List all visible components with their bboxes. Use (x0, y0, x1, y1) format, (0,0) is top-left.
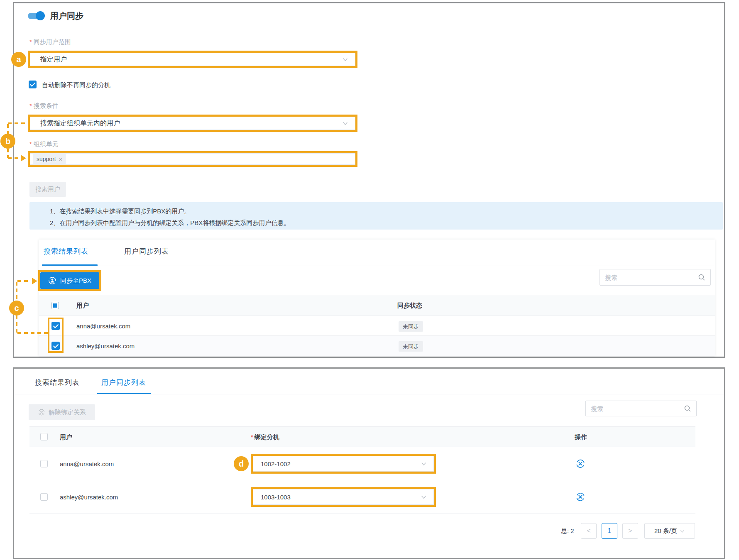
annotation-line (8, 157, 21, 159)
extension-value: 1003-1003 (261, 494, 291, 501)
table-row (39, 336, 715, 356)
auto-delete-label: 自动删除不再同步的分机 (42, 81, 110, 89)
user-sync-settings-panel: 用户同步 *同步用户范围 指定用户 a 自动删除不再同步的分机 *搜索条件 搜索… (13, 2, 725, 358)
tab-search-results[interactable]: 搜索结果列表 (35, 378, 80, 387)
search-icon (684, 405, 691, 412)
required-mark: * (29, 38, 32, 45)
sync-scope-label: *同步用户范围 (29, 38, 71, 46)
sync-scope-value: 指定用户 (40, 55, 67, 64)
chevron-down-icon (421, 461, 427, 467)
annotation-marker-a: a (11, 52, 26, 67)
unbind-button[interactable]: 解除绑定关系 (29, 404, 95, 420)
info-box: 1、在搜索结果列表中选择需要同步到PBX的用户。 2、在用户同步列表中配置用户与… (29, 202, 723, 230)
annotation-line (17, 332, 48, 334)
prev-page-button[interactable]: < (581, 523, 597, 539)
annotation-line (16, 282, 17, 301)
chevron-down-icon (421, 494, 427, 500)
table-header (39, 296, 715, 316)
sync-user-icon (48, 276, 56, 285)
column-header-user: 用户 (60, 433, 72, 441)
extension-select[interactable]: 1002-1002 (253, 456, 434, 472)
org-unit-tag: support × (33, 154, 66, 164)
sync-scope-select[interactable]: 指定用户 (30, 53, 355, 66)
select-all-checkbox[interactable] (51, 302, 59, 309)
tab-user-sync[interactable]: 用户同步列表 (124, 247, 169, 256)
search-condition-select[interactable]: 搜索指定组织单元内的用户 (30, 117, 355, 130)
search-box (585, 401, 697, 416)
highlight-box-extension-select: 1002-1002 (251, 454, 436, 474)
auto-delete-checkbox[interactable] (29, 81, 37, 88)
highlight-box-extension-select: 1003-1003 (251, 487, 436, 507)
toggle-knob (36, 11, 45, 20)
highlight-box-org-unit: support × (28, 151, 357, 167)
annotation-arrow (32, 278, 37, 284)
annotation-arrow (21, 155, 26, 161)
row-checkbox[interactable] (40, 460, 48, 467)
unbind-action-icon[interactable] (575, 492, 585, 502)
sync-status-badge: 未同步 (399, 341, 423, 352)
annotation-marker-b: b (0, 134, 15, 149)
page-title: 用户同步 (50, 11, 83, 21)
page-1-button[interactable]: 1 (602, 523, 617, 539)
highlight-box-row-checkboxes (48, 318, 64, 353)
tab-user-sync[interactable]: 用户同步列表 (101, 378, 146, 387)
header-divider (14, 26, 724, 26)
highlight-box-sync-button: 同步至PBX (38, 270, 101, 291)
info-line-2: 2、在用户同步列表中配置用户与分机的绑定关系，PBX将根据绑定关系同步用户信息。 (29, 219, 723, 227)
page-size-select[interactable]: 20 条/页 (644, 523, 695, 539)
annotation-marker-c: c (9, 301, 24, 315)
annotation-line (7, 124, 9, 134)
user-email: anna@ursatek.com (76, 323, 130, 330)
sync-to-pbx-button[interactable]: 同步至PBX (40, 272, 99, 289)
search-icon (698, 274, 705, 281)
annotation-marker-d: d (234, 456, 249, 471)
search-condition-label: *搜索条件 (29, 102, 59, 110)
row-checkbox[interactable] (40, 493, 48, 501)
extension-select[interactable]: 1003-1003 (253, 489, 434, 505)
column-header-operation: 操作 (575, 433, 587, 441)
search-users-button[interactable]: 搜索用户 (29, 182, 66, 197)
sync-status-badge: 未同步 (399, 321, 423, 332)
column-header-bind-extension: *绑定分机 (251, 433, 279, 441)
select-all-checkbox[interactable] (40, 433, 48, 440)
user-email: anna@ursatek.com (60, 460, 114, 468)
tab-search-results[interactable]: 搜索结果列表 (44, 247, 88, 256)
user-sync-toggle[interactable] (28, 13, 44, 19)
required-mark: * (29, 102, 32, 109)
tabbar-divider (14, 394, 724, 394)
column-header-user: 用户 (76, 302, 89, 309)
chevron-down-icon (680, 528, 685, 534)
chevron-down-icon (342, 56, 348, 63)
unbind-icon (38, 408, 45, 416)
tabbar-divider (39, 266, 715, 266)
annotation-line (17, 280, 30, 282)
user-sync-list-panel: 搜索结果列表 用户同步列表 解除绑定关系 用户 *绑定分机 操作 (13, 367, 725, 559)
user-email: ashley@ursatek.com (60, 494, 118, 501)
search-results-card: 搜索结果列表 用户同步列表 同步至PBX (39, 240, 715, 356)
screenshot-stage: 用户同步 *同步用户范围 指定用户 a 自动删除不再同步的分机 *搜索条件 搜索… (0, 0, 739, 560)
table-row (39, 316, 715, 336)
user-email: ashley@ursatek.com (76, 342, 135, 350)
org-unit-tag-text: support (37, 156, 56, 162)
search-input[interactable] (605, 274, 698, 281)
highlight-box-scope: 指定用户 (28, 51, 357, 68)
next-page-button[interactable]: > (622, 523, 638, 539)
org-unit-input[interactable]: support × (30, 153, 355, 165)
unbind-action-icon[interactable] (575, 459, 585, 469)
required-mark: * (29, 140, 32, 147)
search-box (600, 269, 711, 286)
required-mark: * (251, 433, 253, 440)
extension-value: 1002-1002 (261, 460, 291, 467)
highlight-box-condition: 搜索指定组织单元内的用户 (28, 115, 357, 132)
info-line-1: 1、在搜索结果列表中选择需要同步到PBX的用户。 (29, 207, 723, 215)
column-header-sync-status: 同步状态 (397, 302, 422, 309)
search-input[interactable] (591, 405, 684, 412)
annotation-line (16, 315, 17, 334)
page-size-value: 20 条/页 (654, 527, 677, 535)
table-header (29, 426, 695, 447)
pagination-total: 总: 2 (561, 528, 574, 534)
tag-remove-icon[interactable]: × (59, 156, 63, 162)
annotation-line (7, 149, 9, 158)
annotation-line (8, 122, 28, 124)
org-unit-label: *组织单元 (29, 140, 59, 148)
